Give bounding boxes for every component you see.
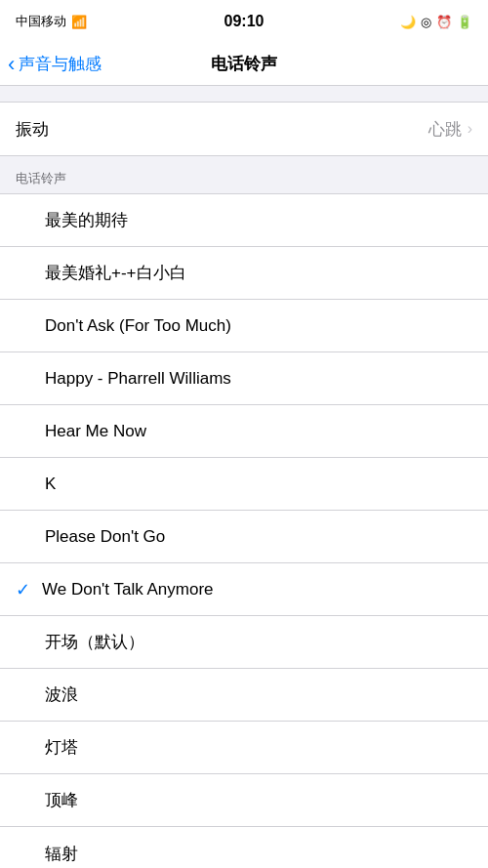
status-left: 中国移动 📶 [16,13,87,30]
nav-title: 电话铃声 [211,53,277,75]
ringtone-label: We Don't Talk Anymore [42,580,472,599]
ringtone-list-item[interactable]: 最美婚礼+-+白小白 [0,247,488,300]
ringtone-list-item[interactable]: 灯塔 [0,722,488,774]
ringtone-list-item[interactable]: ✓We Don't Talk Anymore [0,563,488,616]
vibration-value: 心跳 [428,118,462,141]
ringtone-section-header: 电话铃声 [0,156,488,193]
section-label: 电话铃声 [16,171,66,186]
ringtone-list: 最美的期待最美婚礼+-+白小白Don't Ask (For Too Much)H… [0,193,488,868]
ringtone-list-item[interactable]: 最美的期待 [0,194,488,247]
ringtone-list-item[interactable]: Happy - Pharrell Williams [0,352,488,405]
chevron-right-icon: › [468,120,472,138]
back-button[interactable]: ‹ 声音与触感 [8,53,102,75]
vibration-group: 振动 心跳 › [0,102,488,156]
back-label: 声音与触感 [19,53,102,75]
ringtone-list-item[interactable]: Hear Me Now [0,405,488,458]
ringtone-label: Please Don't Go [45,527,472,547]
chevron-left-icon: ‹ [8,54,15,75]
status-bar: 中国移动 📶 09:10 🌙 ◎ ⏰ 🔋 [0,0,488,43]
nav-bar: ‹ 声音与触感 电话铃声 [0,43,488,86]
ringtone-list-item[interactable]: 波浪 [0,669,488,722]
ringtone-label: 辐射 [45,843,472,865]
status-right: 🌙 ◎ ⏰ 🔋 [400,15,472,29]
watermark [463,850,478,858]
ringtone-label: 最美婚礼+-+白小白 [45,262,472,284]
ringtone-list-item[interactable]: 辐射 [0,827,488,868]
ringtone-list-item[interactable]: 开场（默认） [0,616,488,669]
location-icon: ◎ [421,15,431,29]
alarm-icon: ⏰ [436,15,452,29]
spacer-top [0,86,488,102]
carrier-label: 中国移动 [16,13,66,30]
wifi-icon: 📶 [71,15,87,29]
ringtone-label: 开场（默认） [45,631,472,653]
ringtone-list-item[interactable]: 顶峰 [0,774,488,827]
ringtone-label: 灯塔 [45,736,472,759]
ringtone-label: 顶峰 [45,789,472,811]
ringtone-list-item[interactable]: Don't Ask (For Too Much) [0,300,488,352]
battery-icon: 🔋 [457,15,472,29]
moon-icon: 🌙 [400,15,416,29]
ringtone-label: Don't Ask (For Too Much) [45,316,472,336]
vibration-label: 振动 [16,118,428,141]
ringtone-label: 最美的期待 [45,209,472,231]
status-time: 09:10 [224,13,264,30]
ringtone-label: 波浪 [45,683,472,706]
vibration-row[interactable]: 振动 心跳 › [0,103,488,155]
ringtone-list-item[interactable]: Please Don't Go [0,511,488,563]
ringtone-list-item[interactable]: K [0,458,488,511]
ringtone-label: K [45,475,472,494]
checkmark-icon: ✓ [16,579,30,600]
ringtone-label: Hear Me Now [45,422,472,441]
ringtone-label: Happy - Pharrell Williams [45,369,472,389]
